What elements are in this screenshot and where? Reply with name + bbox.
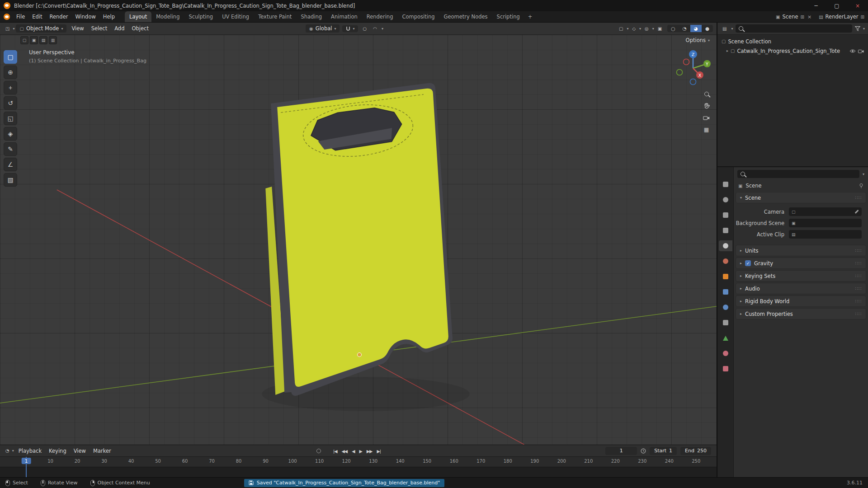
panel-grip-icon[interactable]: ∷∷ — [855, 273, 862, 278]
chevron-down-icon[interactable]: ▾ — [639, 27, 641, 31]
constraints-tab[interactable] — [719, 317, 732, 328]
render-tab[interactable] — [719, 194, 732, 205]
collection-row[interactable]: ▸ ▢ Catwalk_In_Progress_Caution_Sign_Tot… — [719, 46, 866, 56]
blender-menu-icon[interactable] — [4, 14, 10, 20]
viewport-menu-item[interactable]: Select — [88, 24, 111, 33]
chevron-down-icon[interactable]: ▾ — [382, 27, 383, 31]
expand-icon[interactable]: ▸ — [726, 49, 728, 53]
menu-item[interactable]: Window — [71, 12, 99, 21]
scene-panel-header[interactable]: ▾ Scene ∷∷ — [736, 192, 866, 203]
menu-item[interactable]: Help — [99, 12, 118, 21]
pan-hand-icon[interactable] — [703, 103, 710, 109]
cursor-tool[interactable]: ⊕ — [4, 66, 17, 79]
panel-header[interactable]: ▸ Keying Sets ∷∷ — [736, 270, 866, 282]
chevron-down-icon[interactable]: ▾ — [12, 449, 14, 453]
annotate-tool[interactable]: ✎ — [4, 142, 17, 156]
chevron-down-icon[interactable]: ▾ — [652, 27, 654, 31]
panel-header[interactable]: ▸ Rigid Body World ∷∷ — [736, 296, 866, 307]
chevron-down-icon[interactable]: ▾ — [627, 27, 628, 31]
panel-header[interactable]: ▸ Units ∷∷ — [736, 245, 866, 256]
auto-key-record-icon[interactable] — [316, 449, 321, 453]
world-tab[interactable] — [719, 256, 732, 267]
timeline-menu-item[interactable]: Marker — [90, 446, 115, 455]
navigation-gizmo[interactable]: Z Y X — [672, 46, 714, 87]
timeline-menu-item[interactable]: View — [70, 446, 90, 455]
shading-rendered[interactable]: ● — [702, 25, 713, 32]
view-layer-tab[interactable] — [719, 225, 732, 236]
jump-to-start-button[interactable] — [326, 450, 330, 452]
field-input[interactable]: ▤ — [789, 230, 862, 239]
select-mode-button[interactable]: ▤ — [39, 36, 47, 44]
workspace-tab[interactable]: Shading — [296, 11, 326, 22]
new-scene-icon[interactable]: ⊞ — [801, 14, 804, 19]
outliner-editor-icon[interactable]: ▤ — [721, 25, 728, 32]
menu-item[interactable]: Render — [46, 12, 72, 21]
panel-header[interactable]: ▸ ✓ Gravity ∷∷ — [736, 258, 866, 269]
panel-header[interactable]: ▸ Audio ∷∷ — [736, 283, 866, 294]
add-workspace-button[interactable]: + — [524, 14, 536, 20]
mode-dropdown[interactable]: ▢ Object Mode ▾ — [16, 24, 66, 33]
options-dropdown[interactable]: Options ▾ — [686, 37, 710, 43]
workspace-tab[interactable]: Compositing — [397, 11, 439, 22]
shading-solid[interactable]: ◔ — [679, 25, 690, 32]
new-view-layer-icon[interactable]: ⊞ — [861, 14, 864, 19]
playhead-frame-badge[interactable]: 1 — [22, 458, 31, 464]
unlink-scene-icon[interactable]: × — [807, 14, 812, 20]
panel-grip-icon[interactable]: ∷∷ — [855, 311, 862, 316]
panel-header[interactable]: ▸ Custom Properties ∷∷ — [736, 308, 866, 319]
object-data-tab[interactable] — [719, 333, 732, 343]
select-mode-button[interactable]: ▢ — [20, 36, 28, 44]
close-button[interactable]: × — [847, 0, 868, 11]
filter-dropdown-icon[interactable]: ▾ — [863, 172, 864, 176]
current-frame-field[interactable]: 1 — [605, 447, 637, 455]
rotate-tool[interactable]: ↺ — [4, 96, 17, 110]
menu-item[interactable]: Edit — [28, 12, 46, 21]
workspace-tab[interactable]: Sculpting — [184, 11, 217, 22]
disable-render-camera-icon[interactable] — [858, 49, 864, 53]
workspace-tab[interactable]: Layout — [125, 11, 151, 22]
transport-button[interactable]: ▶▶ — [364, 448, 375, 455]
proportional-editing-icon[interactable]: ○ — [361, 25, 368, 32]
scene-selector[interactable]: ▣ Scene ⊞ × — [776, 14, 812, 20]
gizmos-toggle-icon[interactable]: ◇ — [630, 25, 637, 32]
workspace-tab[interactable]: Modeling — [151, 11, 184, 22]
select-box-tool[interactable]: ▢ — [4, 50, 17, 64]
workspace-tab[interactable]: Scripting — [492, 11, 524, 22]
view-layer-selector[interactable]: ▤ RenderLayer ⊞ — [819, 14, 864, 20]
camera-view-icon[interactable] — [703, 115, 710, 120]
eyedropper-icon[interactable] — [854, 209, 859, 214]
workspace-tab[interactable]: Texture Paint — [254, 11, 296, 22]
editor-type-dropdown-icon[interactable]: ▾ — [13, 27, 14, 31]
viewport-menu-item[interactable]: Object — [128, 24, 152, 33]
texture-tab[interactable] — [719, 363, 732, 374]
physics-tab[interactable] — [719, 302, 732, 313]
timeline-editor-icon[interactable]: ◔ — [4, 447, 11, 454]
zoom-icon[interactable] — [704, 92, 709, 96]
maximize-button[interactable]: ▢ — [826, 0, 847, 11]
add-cube-tool[interactable]: ▧ — [4, 173, 17, 187]
object-tab[interactable] — [719, 271, 732, 282]
timeline-ruler[interactable]: 1020304050607080901001101201301401501601… — [0, 457, 717, 477]
field-input[interactable]: ▢ — [789, 207, 862, 216]
panel-grip-icon[interactable]: ∷∷ — [855, 195, 862, 200]
tool-tab[interactable] — [719, 179, 732, 190]
viewport-menu-item[interactable]: Add — [111, 24, 128, 33]
measure-tool[interactable]: ∠ — [4, 158, 17, 171]
outliner-search-input[interactable] — [736, 24, 852, 33]
modifiers-tab[interactable] — [719, 286, 732, 297]
frame-start-field[interactable]: Start 1 — [650, 447, 677, 455]
scale-tool[interactable]: ◱ — [4, 112, 17, 125]
scene-collection-row[interactable]: ▢ Scene Collection — [719, 37, 866, 46]
transport-button[interactable]: ▶ — [357, 448, 364, 455]
checkbox-checked[interactable]: ✓ — [745, 260, 751, 266]
select-mode-button[interactable]: ▥ — [49, 36, 57, 44]
panel-grip-icon[interactable]: ∷∷ — [855, 261, 862, 266]
transport-button[interactable]: ◀ — [349, 448, 357, 455]
workspace-tab[interactable]: UV Editing — [217, 11, 254, 22]
panel-grip-icon[interactable]: ∷∷ — [855, 248, 862, 253]
frame-end-field[interactable]: End 250 — [680, 447, 711, 455]
transform-tool[interactable]: ◈ — [4, 127, 17, 141]
chevron-down-icon[interactable]: ▾ — [863, 27, 865, 31]
overlays-toggle-icon[interactable]: ◎ — [643, 25, 651, 32]
editor-type-icon[interactable]: ◳ — [4, 25, 11, 32]
